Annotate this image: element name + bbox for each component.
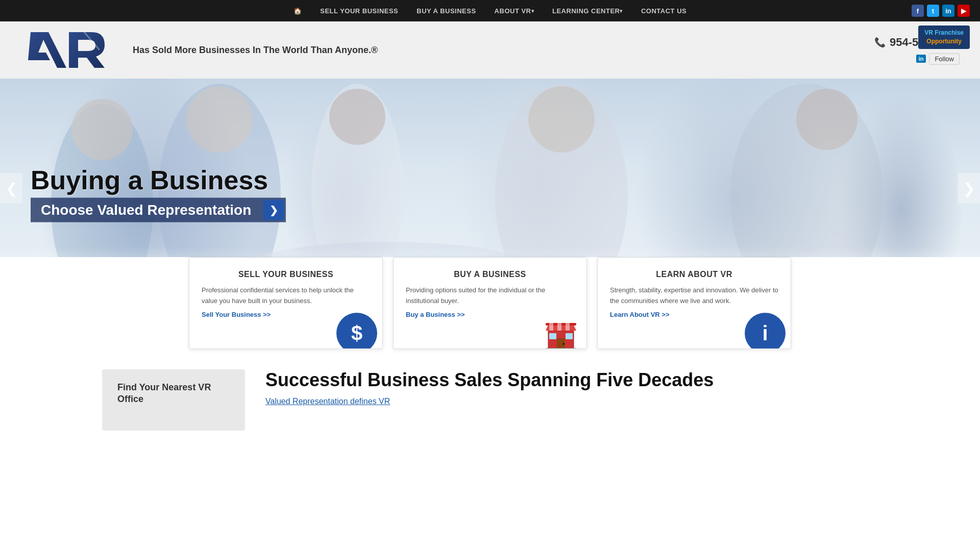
sell-business-card: SELL YOUR BUSINESS Professional confiden…	[189, 257, 383, 349]
sell-card-icon: $	[336, 313, 377, 349]
franchise-vr-text: VR Franchise	[924, 29, 964, 37]
svg-rect-23	[549, 333, 556, 339]
franchise-opp-text: Opportunity	[924, 37, 964, 46]
linkedin-follow-area: in Follow	[916, 53, 960, 65]
store-icon	[541, 313, 581, 349]
dollar-icon: $	[336, 313, 377, 349]
hero-subtitle: Choose Valued Representation	[31, 198, 261, 222]
logo-area	[20, 27, 112, 73]
bottom-section: Find Your Nearest VR Office Successful B…	[0, 349, 980, 446]
site-header: Has Sold More Businesses In The World Th…	[0, 21, 980, 79]
carousel-prev-button[interactable]: ❮	[0, 173, 22, 204]
learn-card-title: LEARN ABOUT VR	[610, 270, 778, 279]
sell-card-title: SELL YOUR BUSINESS	[202, 270, 370, 279]
nav-learning[interactable]: LEARNING CENTER	[543, 0, 632, 21]
svg-rect-18	[549, 323, 553, 331]
header-center: Has Sold More Businesses In The World Th…	[112, 45, 874, 56]
find-office-title: Find Your Nearest VR Office	[117, 382, 230, 406]
prev-arrow-icon: ❮	[6, 180, 17, 197]
facebook-icon[interactable]: f	[912, 5, 924, 17]
home-icon: 🏠	[293, 7, 302, 15]
hero-cta-arrow[interactable]: ❯	[263, 200, 284, 220]
vr-tagline-link[interactable]: Valued Representation defines VR	[265, 397, 390, 406]
learn-card-icon: i	[745, 313, 786, 349]
sell-card-text: Professional confidential services to he…	[202, 285, 370, 307]
buy-business-card: BUY A BUSINESS Providing options suited …	[393, 257, 587, 349]
nav-home[interactable]: 🏠	[284, 0, 311, 21]
buy-card-text: Providing options suited for the individ…	[406, 285, 574, 307]
cards-section: SELL YOUR BUSINESS Professional confiden…	[0, 257, 980, 349]
vr-logo	[20, 27, 112, 73]
svg-rect-19	[557, 323, 561, 331]
carousel-next-button[interactable]: ❯	[958, 173, 980, 204]
linkedin-icon[interactable]: in	[942, 5, 954, 17]
main-nav: 🏠 SELL YOUR BUSINESS BUY A BUSINESS ABOU…	[284, 0, 696, 21]
svg-rect-24	[566, 333, 573, 339]
youtube-icon[interactable]: ▶	[958, 5, 970, 17]
nav-buy[interactable]: BUY A BUSINESS	[407, 0, 485, 21]
svg-point-22	[563, 343, 565, 345]
twitter-icon[interactable]: t	[927, 5, 939, 17]
linkedin-logo: in	[916, 55, 926, 63]
hero-subtitle-bar: Choose Valued Representation ❯	[31, 198, 286, 222]
info-icon: i	[745, 313, 786, 349]
top-nav-bar: 🏠 SELL YOUR BUSINESS BUY A BUSINESS ABOU…	[0, 0, 980, 21]
follow-button[interactable]: Follow	[929, 53, 960, 65]
hero-title: Buying a Business	[31, 166, 286, 195]
learn-vr-card: LEARN ABOUT VR Strength, stability, expe…	[597, 257, 791, 349]
franchise-badge[interactable]: VR Franchise Opportunity	[918, 26, 970, 49]
tagline-text: Has Sold More Businesses In The World Th…	[133, 45, 874, 56]
svg-marker-0	[28, 32, 66, 68]
phone-icon: 📞	[874, 37, 886, 48]
main-content-area: Successful Business Sales Spanning Five …	[265, 369, 878, 406]
social-icons-group: f t in ▶	[912, 5, 970, 17]
next-arrow-icon: ❯	[963, 180, 975, 197]
nav-sell[interactable]: SELL YOUR BUSINESS	[311, 0, 407, 21]
main-heading: Successful Business Sales Spanning Five …	[265, 369, 878, 391]
buy-card-title: BUY A BUSINESS	[406, 270, 574, 279]
hero-content: Buying a Business Choose Valued Represen…	[31, 166, 286, 222]
nav-contact[interactable]: CONTACT US	[632, 0, 696, 21]
learn-card-text: Strength, stability, expertise and innov…	[610, 285, 778, 307]
buy-card-icon	[541, 313, 581, 349]
nav-about[interactable]: ABOUT VR	[485, 0, 543, 21]
find-office-box: Find Your Nearest VR Office	[102, 369, 245, 431]
svg-rect-20	[566, 323, 570, 331]
